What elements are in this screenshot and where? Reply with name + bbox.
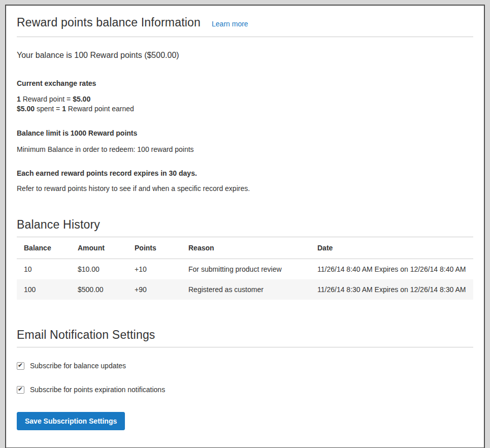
- minimum-balance-notice: Minimum Balance in order to redeem: 100 …: [17, 145, 473, 153]
- cell-balance: 100: [17, 279, 71, 300]
- cell-date: 11/26/14 8:30 AM Expires on 12/26/14 8:3…: [310, 279, 473, 300]
- subscribe-balance-updates-row[interactable]: Subscribe for balance updates: [17, 362, 126, 370]
- subscribe-expiration-notifications-row[interactable]: Subscribe for points expiration notifica…: [17, 386, 165, 394]
- expiration-hint: Refer to reward points history to see if…: [17, 184, 473, 193]
- cell-reason: For submitting product review: [181, 259, 310, 280]
- rate2-suffix: Reward point earned: [66, 105, 134, 113]
- rate2-points: 1: [62, 105, 66, 113]
- table-header: Balance Amount Points Reason Date: [17, 237, 473, 259]
- column-header-points: Points: [127, 237, 181, 259]
- table-body: 10 $10.00 +10 For submitting product rev…: [17, 259, 473, 300]
- learn-more-link[interactable]: Learn more: [212, 20, 248, 28]
- rate2-value: $5.00: [17, 105, 35, 113]
- page-title: Reward points balance Information: [17, 16, 201, 29]
- cell-balance: 10: [17, 259, 71, 280]
- cell-date: 11/26/14 8:40 AM Expires on 12/26/14 8:4…: [310, 259, 473, 280]
- cell-reason: Registered as customer: [181, 279, 310, 300]
- email-settings-heading: Email Notification Settings: [17, 328, 473, 347]
- exchange-rates-heading: Current exchange rates: [17, 79, 473, 87]
- balance-summary: Your balance is 100 Reward points ($500.…: [17, 51, 473, 60]
- cell-amount: $10.00: [71, 259, 127, 280]
- subscribe-expiration-notifications-label: Subscribe for points expiration notifica…: [30, 386, 165, 394]
- rate1-points: 1: [17, 95, 21, 103]
- table-header-row: Balance Amount Points Reason Date: [17, 237, 473, 259]
- balance-history-section: Balance History Balance Amount Points Re…: [17, 218, 473, 300]
- table-row: 100 $500.00 +90 Registered as customer 1…: [17, 279, 473, 300]
- column-header-reason: Reason: [181, 237, 310, 259]
- expiration-notice: Each earned reward points record expires…: [17, 169, 473, 177]
- balance-history-heading: Balance History: [17, 218, 473, 237]
- rate1-text: Reward point =: [21, 95, 73, 103]
- page-header: Reward points balance Information Learn …: [17, 16, 473, 37]
- save-subscription-settings-button[interactable]: Save Subscription Settings: [17, 412, 125, 430]
- rate1-value: $5.00: [73, 95, 90, 103]
- balance-limit-notice: Balance limit is 1000 Reward points: [17, 129, 473, 137]
- column-header-balance: Balance: [17, 237, 71, 259]
- exchange-rate-line-2: $5.00 spent = 1 Reward point earned: [17, 104, 473, 114]
- reward-points-panel: Reward points balance Information Learn …: [5, 5, 485, 448]
- email-notification-section: Email Notification Settings Subscribe fo…: [17, 328, 473, 430]
- subscribe-balance-updates-label: Subscribe for balance updates: [30, 362, 126, 370]
- rate2-text: spent =: [35, 105, 62, 113]
- cell-amount: $500.00: [71, 279, 127, 300]
- balance-history-table: Balance Amount Points Reason Date 10 $10…: [17, 237, 473, 300]
- subscribe-expiration-notifications-checkbox[interactable]: [17, 386, 24, 394]
- column-header-amount: Amount: [71, 237, 127, 259]
- column-header-date: Date: [310, 237, 473, 259]
- subscribe-balance-updates-checkbox[interactable]: [17, 362, 24, 370]
- table-row: 10 $10.00 +10 For submitting product rev…: [17, 259, 473, 280]
- exchange-rate-lines: 1 Reward point = $5.00 $5.00 spent = 1 R…: [17, 94, 473, 114]
- cell-points: +90: [127, 279, 181, 300]
- exchange-rate-line-1: 1 Reward point = $5.00: [17, 94, 473, 104]
- cell-points: +10: [127, 259, 181, 280]
